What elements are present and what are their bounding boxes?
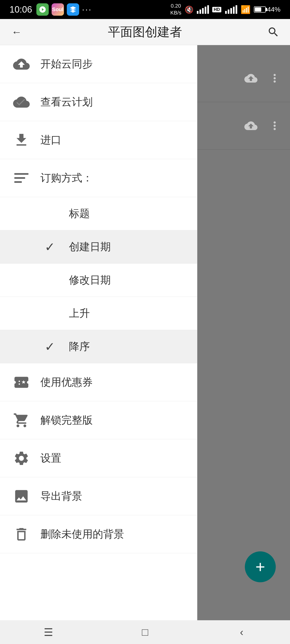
cloud-plan-label: 查看云计划 xyxy=(41,95,93,109)
back-nav-icon: ‹ xyxy=(240,626,243,638)
menu-subitem-descending[interactable]: ✓ 降序 xyxy=(0,330,197,363)
status-left: 10:06 soul ··· xyxy=(10,3,92,16)
soul-label: soul xyxy=(52,6,64,12)
menu-item-export-bg[interactable]: 导出背景 xyxy=(0,477,197,515)
status-icons: soul ··· xyxy=(36,3,92,16)
menu-item-coupon[interactable]: 使用优惠券 xyxy=(0,363,197,401)
modified-date-label: 修改日期 xyxy=(69,273,111,287)
menu-item-settings[interactable]: 设置 xyxy=(0,439,197,477)
nav-menu-button[interactable]: ☰ xyxy=(36,624,60,640)
menu-subitem-created-date[interactable]: ✓ 创建日期 xyxy=(0,230,197,264)
created-date-check: ✓ xyxy=(41,238,60,256)
more-button-1[interactable] xyxy=(266,70,283,87)
descending-check: ✓ xyxy=(41,337,60,356)
cloud-check-icon xyxy=(12,92,31,112)
status-right: 0.20KB/s 🔇 HD 📶 44% xyxy=(170,2,280,16)
menu-section-sort: 订购方式： xyxy=(0,159,197,197)
menu-item-delete-bg[interactable]: 删除未使用的背景 xyxy=(0,515,197,553)
panel-row-1 xyxy=(197,54,290,102)
title-check xyxy=(41,204,60,223)
main-content: 开始云同步 查看云计划 进口 xyxy=(0,45,290,620)
check-icon: ✓ xyxy=(45,240,55,254)
home-icon: □ xyxy=(142,626,148,638)
network-speed: 0.20KB/s xyxy=(170,2,181,16)
battery-indicator: 44% xyxy=(254,6,280,13)
cloud-upload-icon xyxy=(12,54,31,74)
app-icon-green xyxy=(36,3,49,16)
created-date-label: 创建日期 xyxy=(69,240,111,254)
top-navigation: ← 平面图创建者 xyxy=(0,19,290,45)
more-button-2[interactable] xyxy=(266,118,283,134)
status-time: 10:06 xyxy=(10,4,32,15)
cloud-sync-label: 开始云同步 xyxy=(41,57,93,71)
page-title: 平面图创建者 xyxy=(24,24,266,40)
menu-item-import[interactable]: 进口 xyxy=(0,121,197,159)
signal-bars xyxy=(197,5,209,14)
trash-icon xyxy=(12,525,31,544)
bottom-navigation: ☰ □ ‹ xyxy=(0,620,290,644)
nav-home-button[interactable]: □ xyxy=(133,624,157,640)
menu-subitem-ascending[interactable]: 上升 xyxy=(0,297,197,330)
signal-bars-2 xyxy=(225,5,237,14)
sort-label: 订购方式： xyxy=(41,171,93,185)
sort-icon xyxy=(12,168,31,188)
coupon-label: 使用优惠券 xyxy=(41,375,93,389)
import-label: 进口 xyxy=(41,133,61,147)
menu-subitem-modified-date[interactable]: 修改日期 xyxy=(0,264,197,297)
menu-item-cloud-sync[interactable]: 开始云同步 xyxy=(0,45,197,83)
fab-add-button[interactable]: + xyxy=(245,552,276,582)
right-panel: + xyxy=(197,45,290,620)
search-icon xyxy=(267,26,279,38)
panel-row-2 xyxy=(197,102,290,150)
menu-item-unlock[interactable]: 解锁完整版 xyxy=(0,401,197,439)
back-button[interactable]: ← xyxy=(10,25,24,39)
upload-button-2[interactable] xyxy=(242,118,259,134)
modified-date-check xyxy=(41,271,60,290)
cart-icon xyxy=(12,411,31,430)
mute-icon: 🔇 xyxy=(185,6,193,14)
unlock-label: 解锁完整版 xyxy=(41,413,93,427)
menu-item-cloud-plan[interactable]: 查看云计划 xyxy=(0,83,197,121)
delete-bg-label: 删除未使用的背景 xyxy=(41,527,124,541)
coupon-icon xyxy=(12,373,31,392)
settings-label: 设置 xyxy=(41,451,61,465)
export-bg-label: 导出背景 xyxy=(41,489,82,503)
side-menu: 开始云同步 查看云计划 进口 xyxy=(0,45,197,620)
battery-percentage: 44% xyxy=(267,6,280,13)
descending-label: 降序 xyxy=(69,340,90,354)
hamburger-icon: ☰ xyxy=(44,626,53,638)
search-button[interactable] xyxy=(266,25,280,39)
wifi-icon: 📶 xyxy=(240,5,250,14)
upload-button-1[interactable] xyxy=(242,70,259,87)
fab-plus-icon: + xyxy=(255,558,265,575)
menu-subitem-title[interactable]: 标题 xyxy=(0,197,197,230)
ascending-label: 上升 xyxy=(69,306,90,320)
hd-badge: HD xyxy=(212,7,221,12)
app-icon-blue xyxy=(67,3,79,16)
check-icon-2: ✓ xyxy=(45,340,55,354)
app-icon-soul: soul xyxy=(52,3,64,16)
title-label: 标题 xyxy=(69,206,90,220)
ascending-check xyxy=(41,304,60,323)
import-icon xyxy=(12,130,31,150)
image-export-icon xyxy=(12,487,31,506)
status-bar: 10:06 soul ··· 0.20KB/s 🔇 xyxy=(0,0,290,19)
gear-icon xyxy=(12,449,31,468)
more-apps-icon: ··· xyxy=(82,4,92,14)
nav-back-button[interactable]: ‹ xyxy=(230,624,254,640)
back-arrow-icon: ← xyxy=(12,26,22,38)
